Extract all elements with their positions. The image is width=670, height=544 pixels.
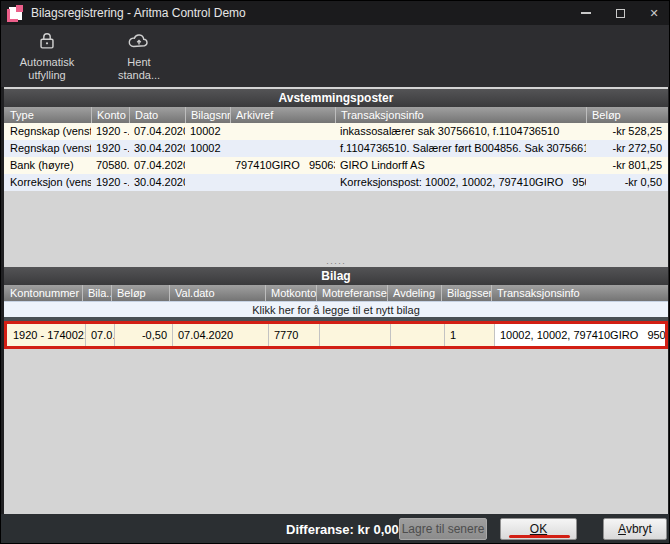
maximize-icon bbox=[616, 9, 625, 18]
table-row[interactable]: Regnskap (venstre) 1920 -... 07.04.2020 … bbox=[4, 123, 668, 140]
column-header-valdato[interactable]: Val.dato bbox=[169, 285, 265, 301]
close-icon: ✕ bbox=[649, 7, 658, 20]
close-button[interactable]: ✕ bbox=[637, 1, 670, 25]
cell-kontonummer: 1920 - 1740021 bbox=[7, 324, 85, 346]
add-bilag-row[interactable]: Klikk her for å legge til et nytt bilag bbox=[4, 301, 668, 317]
column-header-transaksjonsinfo[interactable]: Transaksjonsinfo bbox=[491, 285, 668, 301]
column-header-bilagsdato[interactable]: Bila... bbox=[82, 285, 111, 301]
reconciliation-section-title: Avstemmingsposter bbox=[4, 89, 668, 107]
cell-transaksjonsinfo: f.1104736510. Salærer ført B004856. Sak … bbox=[335, 140, 586, 157]
maximize-button[interactable] bbox=[603, 1, 637, 25]
reconciliation-column-header: Type Konto Dato Bilagsnr Arkivref Transa… bbox=[4, 107, 668, 123]
column-header-type[interactable]: Type bbox=[4, 107, 91, 123]
difference-label: Differanse: kr 0,00 bbox=[286, 522, 399, 537]
cell-type: Korreksjon (venst... bbox=[4, 174, 91, 191]
app-icon bbox=[9, 7, 22, 20]
cell-konto: 1920 -... bbox=[91, 140, 129, 157]
column-header-belop[interactable]: Beløp bbox=[111, 285, 169, 301]
cell-avdeling bbox=[390, 324, 444, 346]
save-later-button[interactable]: Lagre til senere bbox=[399, 518, 487, 540]
column-header-transaksjonsinfo[interactable]: Transaksjonsinfo bbox=[335, 107, 586, 123]
cloud-upload-icon bbox=[127, 30, 151, 56]
cell-transaksjonsinfo: 10002, 10002, 797410GIRO 950638 bbox=[494, 324, 665, 346]
cell-konto: 1920 -... bbox=[91, 174, 129, 191]
cell-arkivref bbox=[230, 140, 335, 157]
minimize-icon bbox=[581, 12, 591, 14]
splitter-dots-icon: ····· bbox=[326, 259, 346, 267]
cell-motkonto: 7770 bbox=[268, 324, 319, 346]
column-header-belop[interactable]: Beløp bbox=[586, 107, 668, 123]
auto-fill-button[interactable]: Automatisk utfylling bbox=[1, 26, 93, 86]
reconciliation-empty-area bbox=[4, 191, 668, 259]
bilag-column-header: Kontonummer Bila... Beløp Val.dato Motko… bbox=[4, 285, 668, 301]
cancel-button[interactable]: Avbryt bbox=[603, 518, 667, 540]
lock-icon bbox=[36, 30, 58, 56]
cancel-label-rest: vbryt bbox=[626, 522, 652, 536]
cell-bilagsserie: 1 bbox=[444, 324, 494, 346]
column-header-dato[interactable]: Dato bbox=[129, 107, 185, 123]
cell-bilagsnr bbox=[185, 157, 230, 174]
bilag-row[interactable]: 1920 - 1740021 07.0... -0,50 07.04.2020 … bbox=[7, 324, 665, 346]
fetch-standard-button[interactable]: Hent standa... bbox=[93, 26, 185, 86]
dialog-content: Avstemmingsposter Type Konto Dato Bilags… bbox=[1, 87, 670, 514]
column-header-konto[interactable]: Konto bbox=[91, 107, 129, 123]
cell-type: Bank (høyre) bbox=[4, 157, 91, 174]
red-underline-annotation bbox=[509, 535, 570, 538]
column-header-motreferanse[interactable]: Motreferanse bbox=[316, 285, 387, 301]
cell-bilagsnr: 10002 bbox=[185, 123, 230, 140]
cell-arkivref bbox=[230, 123, 335, 140]
window-title: Bilagsregistrering - Aritma Control Demo bbox=[31, 6, 246, 20]
minimize-button[interactable] bbox=[569, 1, 603, 25]
column-header-motkonto[interactable]: Motkonto bbox=[265, 285, 316, 301]
table-row[interactable]: Bank (høyre) 70580... 07.04.2020 797410G… bbox=[4, 157, 668, 174]
table-row[interactable]: Regnskap (venstre) 1920 -... 30.04.2020 … bbox=[4, 140, 668, 157]
cell-motreferanse bbox=[319, 324, 390, 346]
splitter-handle[interactable]: ····· bbox=[4, 259, 668, 267]
cell-transaksjonsinfo: GIRO Lindorff AS bbox=[335, 157, 586, 174]
column-header-arkivref[interactable]: Arkivref bbox=[230, 107, 335, 123]
cell-konto: 70580... bbox=[91, 157, 129, 174]
cell-arkivref bbox=[230, 174, 335, 191]
footer-bar: Differanse: kr 0,00 Lagre til senere OK … bbox=[1, 514, 670, 544]
cell-belop: -0,50 bbox=[114, 324, 172, 346]
table-row[interactable]: Korreksjon (venst... 1920 -... 30.04.202… bbox=[4, 174, 668, 191]
cell-bilagsnr bbox=[185, 174, 230, 191]
cell-belop: -kr 528,25 bbox=[586, 123, 668, 140]
red-box-annotation: 1920 - 1740021 07.0... -0,50 07.04.2020 … bbox=[4, 321, 668, 349]
auto-fill-label: Automatisk utfylling bbox=[20, 56, 74, 82]
cell-dato: 30.04.2020 bbox=[129, 174, 185, 191]
fetch-standard-label: Hent standa... bbox=[118, 56, 160, 82]
cell-valdato: 07.04.2020 bbox=[172, 324, 268, 346]
bilag-section-title: Bilag bbox=[4, 267, 668, 285]
cancel-mnemonic: A bbox=[618, 522, 626, 536]
column-header-avdeling[interactable]: Avdeling bbox=[387, 285, 441, 301]
cell-dato: 07.04.2020 bbox=[129, 157, 185, 174]
cell-transaksjonsinfo: Korreksjonspost: 10002, 10002, 797410GIR… bbox=[335, 174, 586, 191]
cell-bilagsnr: 10002 bbox=[185, 140, 230, 157]
cell-bilagsdato: 07.0... bbox=[85, 324, 114, 346]
cell-arkivref: 797410GIRO 950638 bbox=[230, 157, 335, 174]
toolbar: Automatisk utfylling Hent standa... bbox=[1, 25, 670, 87]
cell-transaksjonsinfo: inkassosalærer sak 30756610, f.110473651… bbox=[335, 123, 586, 140]
bilag-empty-area bbox=[4, 349, 668, 514]
column-header-bilagsnr[interactable]: Bilagsnr bbox=[185, 107, 230, 123]
column-header-bilagsserie[interactable]: Bilagsseri... bbox=[441, 285, 491, 301]
dialog-window: Bilagsregistrering - Aritma Control Demo… bbox=[0, 0, 670, 544]
cell-konto: 1920 -... bbox=[91, 123, 129, 140]
cell-type: Regnskap (venstre) bbox=[4, 123, 91, 140]
ok-button-label: OK bbox=[530, 522, 547, 536]
cell-belop: -kr 0,50 bbox=[586, 174, 668, 191]
cell-belop: -kr 272,50 bbox=[586, 140, 668, 157]
column-header-kontonummer[interactable]: Kontonummer bbox=[4, 285, 82, 301]
cell-dato: 07.04.2020 bbox=[129, 123, 185, 140]
cell-dato: 30.04.2020 bbox=[129, 140, 185, 157]
cell-type: Regnskap (venstre) bbox=[4, 140, 91, 157]
cell-belop: -kr 801,25 bbox=[586, 157, 668, 174]
window-titlebar: Bilagsregistrering - Aritma Control Demo… bbox=[1, 1, 670, 25]
